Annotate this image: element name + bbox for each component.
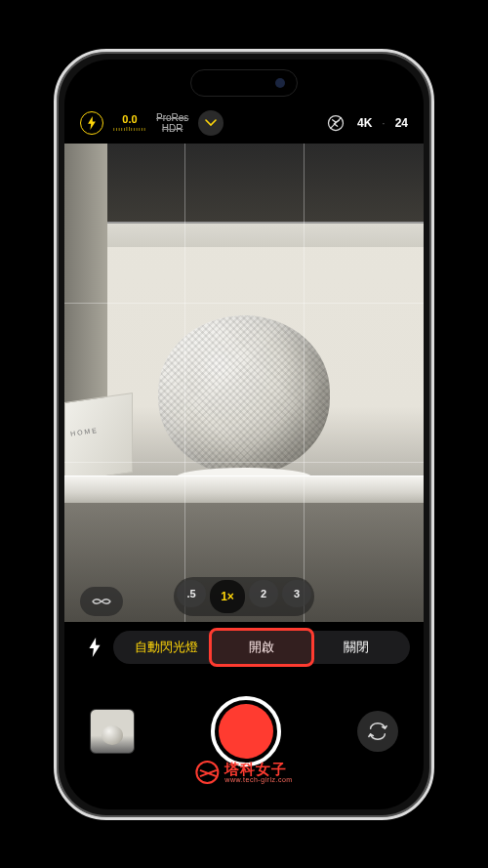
screen: 0.0 ıııııllıııııı ProRes HDR 4K <box>64 60 424 809</box>
side-button <box>54 208 55 237</box>
action-mode-toggle[interactable] <box>324 111 347 135</box>
watermark: 塔科女子 www.tech-girlz.com <box>195 761 292 784</box>
chevron-down-icon <box>205 119 217 127</box>
volume-up-button <box>54 257 55 311</box>
macro-toggle[interactable] <box>80 587 123 616</box>
resolution-toggle[interactable]: 4K <box>357 116 372 130</box>
viewfinder[interactable]: H O M E .5 1× <box>64 144 424 622</box>
zoom-level-2x[interactable]: 2 <box>249 580 278 607</box>
volume-down-button <box>54 321 55 376</box>
zoom-level-1x[interactable]: 1× <box>210 580 245 613</box>
switch-camera-button[interactable] <box>357 711 398 752</box>
zoom-level-3x[interactable]: 3 <box>282 580 311 607</box>
prores-label: ProRes <box>156 112 188 123</box>
record-button[interactable] <box>211 696 281 766</box>
phone-frame: 0.0 ıııııllıııııı ProRes HDR 4K <box>54 49 434 820</box>
flash-option-on[interactable]: 開啟 <box>214 633 308 662</box>
action-mode-icon <box>326 113 346 133</box>
camera-top-bar: 0.0 ıııııllıııııı ProRes HDR 4K <box>64 103 424 144</box>
flash-option-auto[interactable]: 自動閃光燈 <box>119 633 214 662</box>
macro-icon <box>91 595 112 608</box>
fps-toggle[interactable]: 24 <box>395 116 408 130</box>
flash-options-row: 自動閃光燈 開啟 關閉 <box>64 626 424 669</box>
flash-icon <box>86 116 98 130</box>
watermark-url: www.tech-girlz.com <box>224 776 292 783</box>
flash-option-off[interactable]: 關閉 <box>309 633 404 662</box>
flash-icon-button[interactable] <box>78 631 111 664</box>
flash-toggle[interactable] <box>80 111 103 135</box>
grid-line <box>64 462 424 463</box>
exposure-value: 0.0 <box>122 114 137 125</box>
callout-highlight <box>209 628 313 667</box>
exposure-control[interactable]: 0.0 ıııııllıııııı <box>113 114 146 132</box>
flash-option-track: 自動閃光燈 開啟 關閉 <box>113 631 410 664</box>
power-button <box>433 267 434 347</box>
watermark-title: 塔科女子 <box>224 762 292 776</box>
expand-controls-button[interactable] <box>198 110 224 136</box>
prores-toggle[interactable]: ProRes HDR <box>156 112 188 134</box>
exposure-scale: ıııııllıııııı <box>113 126 146 132</box>
grid-line <box>184 144 185 622</box>
svg-line-1 <box>330 117 342 129</box>
grid-line <box>304 144 305 622</box>
flash-icon <box>88 638 102 657</box>
separator: · <box>382 116 385 130</box>
grid-line <box>64 303 424 304</box>
zoom-selector: .5 1× 2 3 <box>174 577 314 616</box>
hdr-label: HDR <box>156 123 188 134</box>
switch-camera-icon <box>367 721 388 742</box>
watermark-logo-icon <box>195 761 219 784</box>
camera-preview: H O M E <box>64 144 424 622</box>
last-photo-thumbnail[interactable] <box>90 709 135 754</box>
zoom-level-0.5x[interactable]: .5 <box>177 580 206 607</box>
record-icon <box>219 704 273 759</box>
dynamic-island <box>190 69 298 97</box>
